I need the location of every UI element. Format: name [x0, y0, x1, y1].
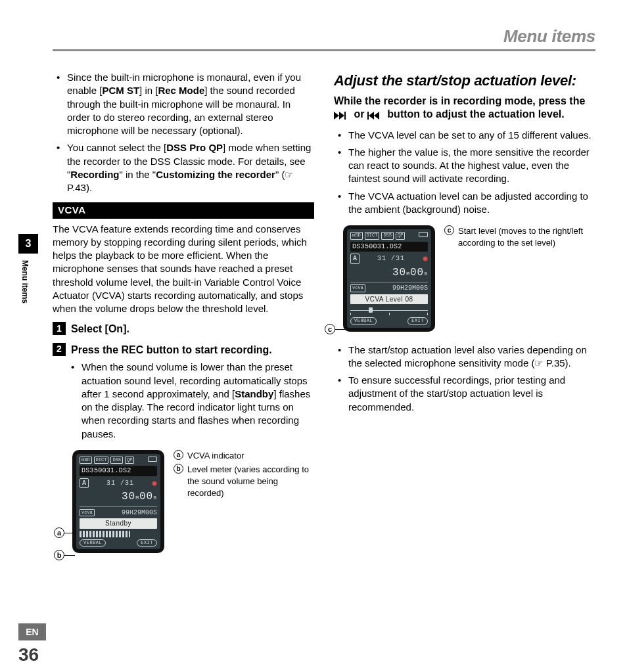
page-number: 36 [18, 644, 39, 665]
folder-row: A 31 /31 [80, 478, 157, 489]
page: Menu items Since the built-in microphone… [0, 0, 627, 672]
bold: PCM ST [102, 85, 139, 96]
columns: Since the built-in microphone is monaura… [53, 71, 595, 553]
svg-marker-4 [369, 112, 374, 120]
dict-icon: DICT [365, 232, 380, 239]
record-dot-icon [152, 481, 157, 486]
divider [350, 282, 428, 282]
legend-a-text: VCVA indicator [187, 450, 244, 462]
right-legend: c Start level (moves to the right/left a… [444, 225, 595, 251]
softkey-row-r: VERBAL EXIT [350, 317, 428, 325]
qp-icon: QP [396, 232, 405, 239]
folder-badge: A [80, 478, 89, 489]
slider-tick [427, 313, 428, 315]
callout-a-line [64, 533, 75, 533]
right-column: Adjust the start/stop actuation level: W… [334, 71, 595, 553]
slider-tick [350, 313, 351, 315]
text: button to adjust the actuation level. [384, 108, 565, 120]
right-top-bullet-1: The VCVA level can be set to any of 15 d… [348, 129, 595, 142]
text: ]. [123, 323, 129, 334]
text: You cannot select the [ [67, 142, 166, 153]
legend-a-circle: a [174, 450, 183, 460]
top-icons: mSD DICT DSS QP [80, 457, 157, 464]
right-device-wrap: mSD DICT DSS QP DS350031.DS2 A 31 /31 [343, 225, 435, 331]
right-bullets-bottom: The start/stop actuation level also vari… [334, 344, 595, 414]
text: or [351, 108, 367, 120]
softkey-row: VERBAL EXIT [80, 539, 157, 547]
side-label: Menu items [20, 260, 30, 303]
legend-c-text: Start level (moves to the right/left acc… [458, 225, 595, 248]
bold: Standby [235, 388, 273, 399]
text: " in the " [120, 169, 156, 180]
filename: DS350031.DS2 [80, 466, 157, 476]
softkey-verbal: VERBAL [80, 539, 106, 547]
device-lcd-right: mSD DICT DSS QP DS350031.DS2 A 31 /31 [347, 229, 431, 327]
softkey-exit-r: EXIT [407, 317, 428, 325]
right-subheading: While the recorder is in recording mode,… [334, 95, 595, 122]
callout-c: c [325, 324, 335, 334]
file-counter: 31 /31 [106, 479, 134, 488]
right-heading: Adjust the start/stop actuation level: [334, 71, 595, 91]
callout-b-line [64, 555, 75, 556]
legend-c-row: c Start level (moves to the right/left a… [444, 225, 595, 248]
slider-track [350, 310, 428, 311]
device-screen-right: mSD DICT DSS QP DS350031.DS2 A 31 /31 [343, 225, 435, 331]
step-2-number: 2 [53, 343, 66, 356]
right-figure-row: mSD DICT DSS QP DS350031.DS2 A 31 /31 [334, 225, 595, 331]
language-badge: EN [18, 623, 46, 640]
step-1-number: 1 [53, 322, 66, 335]
softkey-exit: EXIT [137, 539, 157, 547]
vcva-tag: vcva [80, 509, 95, 516]
text: While the recorder is in recording mode,… [334, 95, 585, 106]
chapter-tab: 3 [18, 234, 38, 254]
record-dot-icon [423, 256, 428, 261]
svg-rect-2 [344, 112, 346, 120]
level-slider [350, 306, 428, 315]
step-2-sub-1: When the sound volume is lower than the … [81, 361, 314, 441]
step-2-sublist: When the sound volume is lower than the … [53, 361, 314, 441]
device-screen-left: mSD DICT DSS QP DS350031.DS2 A 31 /31 [72, 450, 164, 553]
folder-row-r: A 31 /31 [350, 254, 428, 264]
battery-icon [148, 457, 157, 462]
left-legend: a VCVA indicator b Level meter (varies a… [174, 450, 314, 501]
left-device-wrap: mSD DICT DSS QP DS350031.DS2 A 31 /31 [72, 450, 164, 553]
vcva-heading: VCVA [53, 202, 314, 218]
right-bottom-bullet-1: The start/stop actuation level also vari… [348, 344, 595, 370]
legend-b-text: Level meter (varies according to the sou… [187, 464, 314, 499]
level-meter [80, 531, 130, 537]
step-1-row: 1 Select [On]. [53, 322, 314, 336]
top-icons-r: mSD DICT DSS QP [350, 232, 428, 239]
bold: Customizing the recorder [156, 169, 275, 180]
vcva-level-box: VCVA Level 08 [350, 294, 428, 305]
seconds: 00 [139, 491, 153, 503]
remaining-time-r: 99H29M00S [392, 284, 428, 293]
duration-row: vcva 99H29M00S [80, 508, 157, 518]
dss-icon: DSS [381, 232, 394, 239]
left-column: Since the built-in microphone is monaura… [53, 71, 314, 553]
s-label: S [424, 271, 428, 277]
left-bullet-list: Since the built-in microphone is monaura… [53, 71, 314, 194]
svg-marker-5 [374, 112, 379, 120]
svg-marker-1 [339, 112, 344, 120]
minutes: 30 [392, 267, 406, 279]
right-top-bullet-2: The higher the value is, the more sensit… [348, 146, 595, 186]
folder-badge-r: A [350, 254, 360, 264]
elapsed-time: 30M00S [80, 490, 157, 504]
dss-icon: DSS [110, 457, 123, 464]
bold: Recording [70, 169, 119, 180]
filename-r: DS350031.DS2 [350, 242, 428, 252]
remaining-time: 99H29M00S [122, 508, 157, 518]
step-2-row: 2 Press the REC button to start recordin… [53, 343, 314, 357]
rewind-icon [367, 108, 384, 122]
step-2-text: Press the REC button to start recording. [71, 343, 272, 357]
status-standby: Standby [80, 518, 157, 529]
left-figure-row: mSD DICT DSS QP DS350031.DS2 A 31 /31 [53, 450, 314, 553]
legend-b-circle: b [174, 464, 183, 474]
header-title: Menu items [53, 26, 595, 47]
divider [80, 506, 157, 507]
callout-b: b [54, 550, 64, 560]
sd-icon: mSD [350, 232, 363, 239]
legend-b-row: b Level meter (varies according to the s… [174, 464, 314, 499]
dict-icon: DICT [94, 457, 109, 464]
device-lcd: mSD DICT DSS QP DS350031.DS2 A 31 /31 [76, 454, 160, 549]
